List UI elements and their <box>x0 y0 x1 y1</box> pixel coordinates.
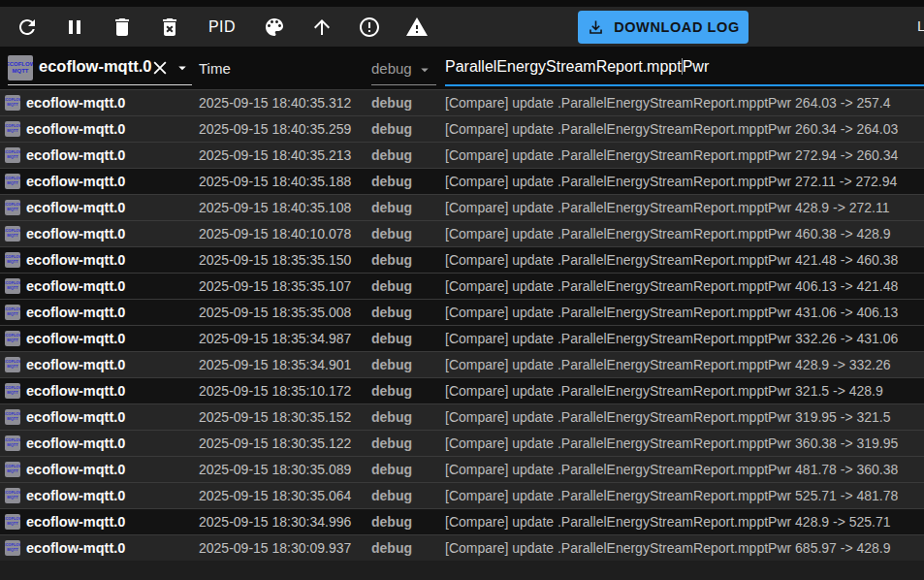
log-source-cell: ECOFLOWMQTTecoflow-mqtt.0 <box>0 147 199 163</box>
log-level-cell: debug <box>371 357 445 372</box>
adapter-icon: ECOFLOWMQTT <box>5 305 20 320</box>
adapter-icon: ECOFLOWMQTT <box>5 121 20 137</box>
log-message-cell: [Compare] update .ParallelEnergyStreamRe… <box>445 147 924 163</box>
adapter-icon: ECOFLOWMQTT <box>5 540 20 556</box>
download-log-button[interactable]: DOWNLOAD LOG <box>578 11 749 44</box>
adapter-icon: ECOFLOWMQTT <box>5 95 20 111</box>
log-row: ECOFLOWMQTTecoflow-mqtt.0 2025-09-15 18:… <box>0 403 924 430</box>
log-level-cell: debug <box>371 435 445 451</box>
log-time-cell: 2025-09-15 18:35:34.901 <box>199 357 371 372</box>
log-source-cell: ECOFLOWMQTTecoflow-mqtt.0 <box>0 435 199 451</box>
log-message-cell: [Compare] update .ParallelEnergyStreamRe… <box>445 331 924 346</box>
clipped-right-text: L <box>917 17 924 34</box>
log-row: ECOFLOWMQTTecoflow-mqtt.0 2025-09-15 18:… <box>0 89 924 115</box>
adapter-icon: ECOFLOWMQTT <box>5 488 20 503</box>
adapter-icon: ECOFLOWMQTT <box>5 462 20 477</box>
adapter-icon: ECOFLOWMQTT <box>5 514 20 530</box>
level-filter-underline <box>371 84 436 85</box>
log-table: ECOFLOWMQTTecoflow-mqtt.0 2025-09-15 18:… <box>0 89 924 561</box>
source-filter-dropdown[interactable] <box>174 59 191 81</box>
log-message-cell: [Compare] update .ParallelEnergyStreamRe… <box>445 357 924 372</box>
log-time-cell: 2025-09-15 18:35:35.008 <box>199 305 371 320</box>
level-filter-dropdown[interactable] <box>416 61 433 82</box>
log-row: ECOFLOWMQTTecoflow-mqtt.0 2025-09-15 18:… <box>0 115 924 142</box>
adapter-icon: ECOFLOWMQTT <box>5 278 20 294</box>
log-level-cell: debug <box>371 514 445 530</box>
level-filter-select[interactable]: debug <box>371 60 412 77</box>
log-level-cell: debug <box>371 540 445 556</box>
log-time-cell: 2025-09-15 18:30:35.089 <box>199 462 371 477</box>
log-row: ECOFLOWMQTTecoflow-mqtt.0 2025-09-15 18:… <box>0 273 924 299</box>
adapter-icon: ECOFLOWMQTT <box>5 409 20 425</box>
pause-icon <box>63 16 86 39</box>
log-time-cell: 2025-09-15 18:35:35.107 <box>199 278 371 294</box>
log-level-cell: debug <box>371 488 445 503</box>
scroll-to-top-button[interactable] <box>309 15 335 40</box>
clear-log-button[interactable] <box>110 15 135 40</box>
log-message-cell: [Compare] update .ParallelEnergyStreamRe… <box>445 435 924 451</box>
log-level-cell: debug <box>371 252 445 268</box>
log-message-cell: [Compare] update .ParallelEnergyStreamRe… <box>445 383 924 399</box>
log-message-cell: [Compare] update .ParallelEnergyStreamRe… <box>445 252 924 268</box>
log-time-cell: 2025-09-15 18:40:35.188 <box>199 174 371 189</box>
refresh-button[interactable] <box>15 15 40 40</box>
log-message-cell: [Compare] update .ParallelEnergyStreamRe… <box>445 121 924 137</box>
message-filter-input[interactable]: ParallelEnergyStreamReport.mpptPwr <box>445 58 709 76</box>
log-row: ECOFLOWMQTTecoflow-mqtt.0 2025-09-15 18:… <box>0 325 924 351</box>
log-message-cell: [Compare] update .ParallelEnergyStreamRe… <box>445 462 924 477</box>
log-row: ECOFLOWMQTTecoflow-mqtt.0 2025-09-15 18:… <box>0 430 924 456</box>
adapter-icon: ECOFLOWMQTT <box>5 357 20 372</box>
pause-button[interactable] <box>62 15 87 40</box>
source-filter-select[interactable]: ecoflow-mqtt.0 <box>39 57 151 76</box>
chevron-down-icon <box>174 59 191 77</box>
error-outline-icon <box>358 16 381 39</box>
log-toolbar: PID DOWNLOAD LOG L <box>0 7 924 47</box>
log-level-cell: debug <box>371 409 445 425</box>
time-column-header: Time <box>199 60 231 77</box>
log-source-cell: ECOFLOWMQTTecoflow-mqtt.0 <box>0 331 199 346</box>
log-message-cell: [Compare] update .ParallelEnergyStreamRe… <box>445 95 924 111</box>
log-message-cell: [Compare] update .ParallelEnergyStreamRe… <box>445 226 924 242</box>
adapter-icon: ECOFLOW MQTT <box>8 55 33 81</box>
trash-icon <box>111 16 134 39</box>
message-filter-underline <box>445 84 924 86</box>
log-source-cell: ECOFLOWMQTTecoflow-mqtt.0 <box>0 488 199 503</box>
log-source-cell: ECOFLOWMQTTecoflow-mqtt.0 <box>0 357 199 372</box>
log-message-cell: [Compare] update .ParallelEnergyStreamRe… <box>445 200 924 215</box>
log-source-cell: ECOFLOWMQTTecoflow-mqtt.0 <box>0 409 199 425</box>
adapter-icon: ECOFLOWMQTT <box>5 435 20 451</box>
log-level-cell: debug <box>371 331 445 346</box>
log-message-cell: [Compare] update .ParallelEnergyStreamRe… <box>445 409 924 425</box>
log-source-cell: ECOFLOWMQTTecoflow-mqtt.0 <box>0 252 199 268</box>
download-log-label: DOWNLOAD LOG <box>614 19 740 35</box>
colorize-button[interactable] <box>262 15 287 40</box>
log-source-cell: ECOFLOWMQTTecoflow-mqtt.0 <box>0 540 199 556</box>
log-level-cell: debug <box>371 226 445 242</box>
adapter-icon: ECOFLOWMQTT <box>5 252 20 268</box>
warning-icon <box>405 16 429 39</box>
bottom-scroll-area[interactable] <box>0 561 924 580</box>
log-level-cell: debug <box>371 305 445 320</box>
clear-source-filter-button[interactable] <box>150 58 170 78</box>
adapter-icon: ECOFLOWMQTT <box>5 200 20 215</box>
log-row: ECOFLOWMQTTecoflow-mqtt.0 2025-09-15 18:… <box>0 456 924 482</box>
warnings-filter-button[interactable] <box>404 15 430 40</box>
log-time-cell: 2025-09-15 18:30:35.152 <box>199 409 371 425</box>
log-source-cell: ECOFLOWMQTTecoflow-mqtt.0 <box>0 174 199 189</box>
log-source-cell: ECOFLOWMQTTecoflow-mqtt.0 <box>0 514 199 530</box>
log-row: ECOFLOWMQTTecoflow-mqtt.0 2025-09-15 18:… <box>0 508 924 534</box>
close-icon <box>150 58 170 78</box>
log-row: ECOFLOWMQTTecoflow-mqtt.0 2025-09-15 18:… <box>0 482 924 508</box>
log-row: ECOFLOWMQTTecoflow-mqtt.0 2025-09-15 18:… <box>0 377 924 403</box>
log-level-cell: debug <box>371 95 445 111</box>
trash-forever-icon <box>158 16 181 39</box>
log-message-cell: [Compare] update .ParallelEnergyStreamRe… <box>445 305 924 320</box>
errors-filter-button[interactable] <box>357 15 382 40</box>
log-message-cell: [Compare] update .ParallelEnergyStreamRe… <box>445 488 924 503</box>
pid-toggle-button[interactable]: PID <box>205 15 239 40</box>
log-time-cell: 2025-09-15 18:30:35.064 <box>199 488 371 503</box>
adapter-icon: ECOFLOWMQTT <box>5 174 20 189</box>
log-row: ECOFLOWMQTTecoflow-mqtt.0 2025-09-15 18:… <box>0 168 924 194</box>
log-source-cell: ECOFLOWMQTTecoflow-mqtt.0 <box>0 226 199 242</box>
clear-log-file-button[interactable] <box>157 15 182 40</box>
